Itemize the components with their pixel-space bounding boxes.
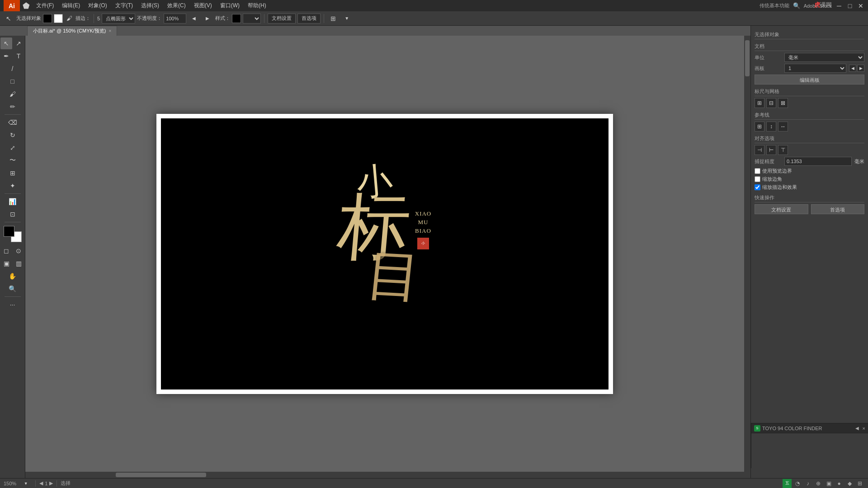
snap-input[interactable] [784, 157, 852, 166]
selection-tool-small[interactable]: ↖ [3, 13, 14, 24]
app-logo: Ai [4, 0, 20, 11]
opacity-label: 不透明度： [137, 15, 162, 22]
close-button[interactable]: ✕ [857, 2, 864, 9]
menu-window[interactable]: 窗口(W) [217, 1, 243, 10]
stroke-color-swatch[interactable] [54, 14, 63, 23]
opacity-arrow-left[interactable]: ◀ [188, 13, 200, 24]
maximize-button[interactable]: □ [846, 2, 854, 9]
menu-help[interactable]: 帮助(H) [244, 1, 270, 10]
search-icon[interactable]: 🔍 [793, 2, 800, 9]
taskbar-icon-3[interactable]: ♪ [803, 479, 812, 488]
page-next[interactable]: ▶ [49, 480, 53, 486]
free-transform-tool[interactable]: ⊞ [7, 167, 19, 179]
eraser-tool[interactable]: ⌫ [7, 117, 19, 128]
zoom-level: 150% [4, 481, 16, 486]
artboard-tool[interactable]: ⊡ [7, 208, 19, 220]
scale-effects-checkbox[interactable] [755, 184, 760, 190]
shrink-border-checkbox[interactable] [755, 176, 760, 182]
taskbar-icon-4[interactable]: ⊕ [814, 479, 823, 488]
taskbar-icon-2[interactable]: ◔ [793, 479, 802, 488]
artboard-select[interactable]: 1 [784, 64, 846, 73]
stroke-type-select[interactable]: 点椭圆形 [102, 14, 135, 23]
canvas-area[interactable]: 小 标 XIAO MU BIAO [25, 36, 750, 478]
opacity-arrow-right[interactable]: ▶ [202, 13, 213, 24]
hand-tool[interactable]: ✋ [7, 270, 19, 282]
pen-tool[interactable]: ✒ [0, 50, 12, 62]
grid-icon1[interactable]: ⊞ [755, 98, 764, 108]
preview-border-checkbox[interactable] [755, 168, 760, 174]
direct-selection-tool[interactable]: ↗ [13, 38, 24, 49]
more-tools[interactable]: ··· [7, 299, 19, 310]
column-graph-tool[interactable]: 📊 [7, 196, 19, 207]
canvas-scroll-horizontal[interactable] [25, 472, 750, 478]
align-right[interactable]: ⊢ [766, 145, 776, 155]
fill-color-swatch[interactable] [43, 14, 52, 23]
ref-icon3[interactable]: ↔ [778, 122, 788, 131]
edit-artboard-button[interactable]: 编辑画板 [755, 75, 864, 84]
page-prev[interactable]: ◀ [39, 480, 43, 486]
normal-mode[interactable]: ◻ [0, 245, 12, 257]
taskbar-icon-6[interactable]: ● [835, 479, 844, 488]
screen-mode-btn1[interactable]: ▣ [0, 258, 12, 269]
arrange-icon[interactable]: ⊞ [327, 13, 339, 24]
ref-icon2[interactable]: ↕ [766, 122, 776, 131]
scale-tool[interactable]: ⤢ [7, 142, 19, 154]
type-tool[interactable]: T [13, 50, 24, 62]
v-scroll-thumb[interactable] [745, 40, 750, 76]
foreground-color-swatch[interactable] [4, 226, 14, 237]
symbol-tool[interactable]: ✦ [7, 180, 19, 192]
quick-prefs-btn[interactable]: 首选项 [811, 204, 865, 214]
artboard-next[interactable]: ▶ [857, 65, 864, 72]
screen-mode-btn2[interactable]: ▥ [13, 258, 24, 269]
grid-icon3[interactable]: ⊠ [778, 98, 788, 108]
menu-effect[interactable]: 效果(C) [164, 1, 189, 10]
artboard-prev[interactable]: ◀ [849, 65, 856, 72]
document-tab[interactable]: 小目标.ai* @ 150% (CMYK/预览) × [27, 26, 117, 36]
style-swatch[interactable] [232, 14, 241, 23]
selection-tool[interactable]: ↖ [0, 38, 12, 49]
menu-view[interactable]: 视图(V) [190, 1, 216, 10]
draw-behind-mode[interactable]: ⊙ [13, 245, 24, 257]
minimize-button[interactable]: ─ [835, 2, 843, 9]
doc-settings-button[interactable]: 文档设置 [268, 14, 296, 23]
style-select[interactable] [243, 14, 261, 23]
unit-select[interactable]: 毫米 像素 厘米 [784, 53, 864, 62]
menu-select[interactable]: 选择(S) [137, 1, 163, 10]
align-left[interactable]: ⊣ [755, 145, 764, 155]
opacity-input[interactable] [164, 14, 186, 23]
taskbar-icon-8[interactable]: ⊞ [855, 479, 864, 488]
selection-group: ↖ ↗ [0, 38, 24, 49]
canvas-scroll-vertical[interactable] [744, 36, 750, 478]
arrange-chevron[interactable]: ▼ [341, 13, 353, 24]
zoom-tool[interactable]: 🔍 [7, 283, 19, 295]
first-option-button[interactable]: 首选项 [297, 14, 321, 23]
rotate-tool[interactable]: ↻ [7, 129, 19, 141]
tool-separator2 [5, 193, 21, 194]
menu-text[interactable]: 文字(T) [112, 1, 137, 10]
taskbar-icon-7[interactable]: ◆ [845, 479, 854, 488]
ref-icon1[interactable]: ⊞ [755, 122, 764, 131]
taskbar-icon-1[interactable]: 五 [783, 479, 792, 488]
h-scroll-thumb[interactable] [116, 473, 206, 477]
tab-close-icon[interactable]: × [109, 28, 112, 33]
artboard-container: 小 标 XIAO MU BIAO [25, 36, 744, 472]
taskbar-icon-5[interactable]: ▣ [824, 479, 833, 488]
scale-effects-label: 缩放描边和效果 [762, 184, 797, 191]
rectangle-tool[interactable]: □ [7, 75, 19, 87]
warp-tool[interactable]: 〜 [7, 155, 19, 166]
grid-icon2[interactable]: ⊟ [766, 98, 776, 108]
line-tool[interactable]: / [7, 63, 19, 75]
menu-object[interactable]: 对象(O) [85, 1, 110, 10]
paintbrush-tool[interactable]: 🖌 [7, 88, 19, 100]
menu-file[interactable]: 文件(F) [33, 1, 57, 10]
menu-edit[interactable]: 编辑(E) [58, 1, 84, 10]
toyo-collapse-icon[interactable]: ◀ [855, 426, 859, 431]
align-distribute[interactable]: ⊤ [778, 145, 788, 155]
quick-doc-settings-btn[interactable]: 文档设置 [755, 204, 808, 214]
toyo-close-icon[interactable]: × [863, 426, 865, 431]
calligraphy-art: 小 标 XIAO MU BIAO [338, 191, 432, 317]
status-sep2 [57, 480, 57, 487]
pencil-tool[interactable]: ✏ [7, 101, 19, 113]
zoom-down-arrow[interactable]: ▼ [20, 478, 32, 488]
artboard: 小 标 XIAO MU BIAO [156, 114, 613, 394]
